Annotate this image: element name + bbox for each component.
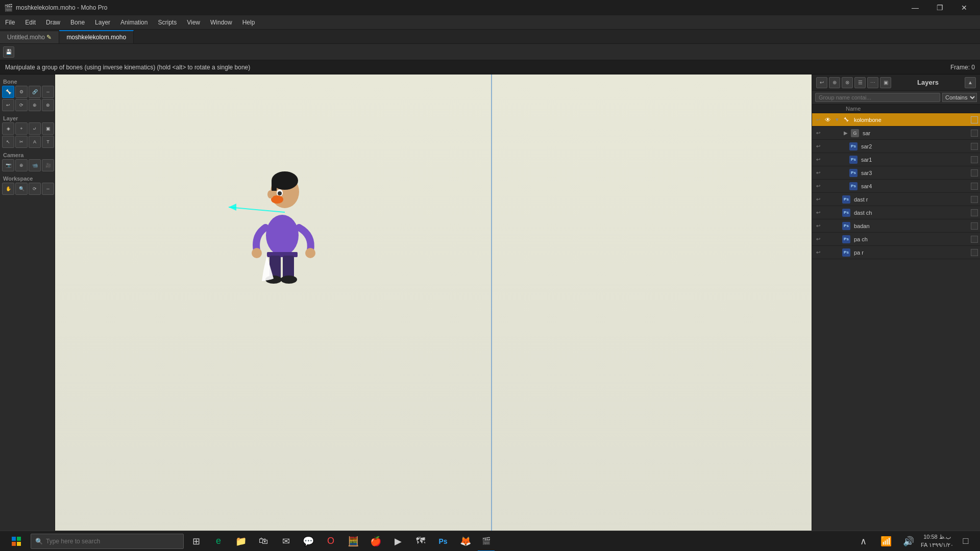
layer-expand-sar[interactable]: ▶ [842,130,849,136]
tool-bone-2[interactable]: ⚙ [15,86,28,98]
layer-row-dast-ch[interactable]: ↩ 👁 Ps dast ch [812,206,980,219]
layer-row-sar1[interactable]: ↩ 👁 Ps sar1 [812,153,980,166]
menu-animation[interactable]: Animation [115,17,153,28]
menu-help[interactable]: Help [237,17,260,28]
taskbar-files[interactable]: 📁 [231,531,251,552]
taskbar-maps[interactable]: 🗺 [410,531,431,552]
menu-layer[interactable]: Layer [90,17,115,28]
tool-ws-2[interactable]: 🔍 [15,183,28,195]
taskbar-chat[interactable]: 💬 [298,531,318,552]
layer-check-dast-r[interactable] [971,196,978,203]
menu-scripts[interactable]: Scripts [153,17,182,28]
taskbar-volume[interactable]: 🔊 [898,531,919,552]
layer-row-sar2[interactable]: ↩ 👁 Ps sar2 [812,140,980,153]
layer-check-pa-ch[interactable] [971,236,978,243]
menu-draw[interactable]: Draw [41,17,65,28]
taskbar-moho-icon[interactable]: 🎬 [478,531,495,552]
canvas-area[interactable] [55,74,812,551]
layer-undo-sar4: ↩ [814,182,822,190]
layer-type-sar2: Ps [849,142,857,151]
layers-filter-input[interactable] [815,93,940,102]
taskbar-mail[interactable]: ✉ [276,531,296,552]
menu-bone[interactable]: Bone [65,17,90,28]
tool-bone-4[interactable]: ↔ [42,86,54,98]
tool-bone-5[interactable]: ↩ [2,99,14,111]
layer-check-badan[interactable] [971,222,978,230]
titlebar-left: 🎬 moshkelekolom.moho - Moho Pro [4,4,107,12]
taskbar-calc[interactable]: 🧮 [343,531,363,552]
tab-moshkelekolom[interactable]: moshkelekolom.moho [59,30,134,43]
layer-row-sar3[interactable]: ↩ 👁 Ps sar3 [812,166,980,180]
tool-bone-8[interactable]: ⊗ [42,99,54,111]
taskbar-ps[interactable]: Ps [433,531,453,552]
taskbar-firefox[interactable]: 🦊 [455,531,476,552]
close-button[interactable]: ✕ [952,0,976,15]
tool-bone-7[interactable]: ⊕ [29,99,41,111]
layers-btn-3[interactable]: ⊗ [842,77,853,88]
layer-row-badan[interactable]: ↩ 👁 Ps badan [812,219,980,233]
maximize-button[interactable]: ❐ [928,0,951,15]
search-input[interactable] [46,538,179,545]
layers-collapse-btn[interactable]: ▲ [965,77,976,88]
tool-layer-6[interactable]: ✂ [15,136,28,148]
layers-btn-1[interactable]: ↩ [816,77,827,88]
minimize-button[interactable]: — [903,0,927,15]
tool-layer-7[interactable]: A [29,136,41,148]
layer-check-sar2[interactable] [971,143,978,150]
tab-untitled[interactable]: Untitled.moho ✎ [0,31,59,43]
taskbar-show-hidden[interactable]: ∧ [853,531,874,552]
menu-edit[interactable]: Edit [20,17,41,28]
layer-check-dast-ch[interactable] [971,209,978,216]
layer-vis-kolombone[interactable]: 👁 [824,116,832,124]
taskbar-task-view[interactable]: ⊞ [186,531,206,552]
menu-window[interactable]: Window [205,17,237,28]
tool-camera-2[interactable]: ⊕ [15,159,28,171]
tool-layer-5[interactable]: ↖ [2,136,14,148]
layer-check-kolombone[interactable] [971,116,978,123]
layer-row-pa-ch[interactable]: ↩ 👁 Ps pa ch [812,233,980,246]
taskbar-opera[interactable]: O [321,531,341,552]
tool-layer-8[interactable]: T [42,136,54,148]
layers-btn-2[interactable]: ⊕ [829,77,840,88]
layer-row-sar[interactable]: ↩ 👁 ▶ G sar [812,127,980,140]
taskbar-search[interactable]: 🔍 [31,534,184,549]
layers-btn-6[interactable]: ▣ [880,77,891,88]
tool-bone-1[interactable]: 🦴 [2,86,14,98]
taskbar-app1[interactable]: 🍎 [365,531,386,552]
tool-camera-1[interactable]: 📷 [2,159,14,171]
layers-btn-5[interactable]: ⋯ [867,77,878,88]
layer-check-sar1[interactable] [971,156,978,163]
taskbar-clock[interactable]: 10:58 ب.ظ FA ۱۳۹۹/۱/۲۰ [921,533,953,549]
layer-row-sar4[interactable]: ↩ 👁 Ps sar4 [812,180,980,193]
filter-dropdown[interactable]: Contains [942,93,977,102]
tool-ws-4[interactable]: ↔ [42,183,54,195]
tool-bone-6[interactable]: ⟳ [15,99,28,111]
taskbar-store[interactable]: 🛍 [253,531,274,552]
layer-check-sar3[interactable] [971,169,978,177]
taskbar-media[interactable]: ▶ [388,531,408,552]
taskbar-network[interactable]: 📶 [876,531,896,552]
layer-row-kolombone[interactable]: ↩ 👁 ▼ 🦴 kolombone [812,113,980,127]
layer-check-sar[interactable] [971,130,978,137]
tool-layer-1[interactable]: ◈ [2,122,14,135]
tool-ws-1[interactable]: ✋ [2,183,14,195]
layer-row-dast-r[interactable]: ↩ 👁 Ps dast r [812,193,980,206]
tool-camera-4[interactable]: 🎥 [42,159,54,171]
taskbar-notifications[interactable]: □ [955,531,976,552]
tool-camera-3[interactable]: 📹 [29,159,41,171]
layers-btn-4[interactable]: ☰ [854,77,866,88]
layer-expand-kolombone[interactable]: ▼ [834,117,841,122]
tool-layer-3[interactable]: ⤾ [29,122,41,135]
tool-bone-3[interactable]: 🔗 [29,86,41,98]
tool-layer-4[interactable]: ▣ [42,122,54,135]
layer-row-pa-r[interactable]: ↩ 👁 Ps pa r [812,246,980,259]
tool-ws-3[interactable]: ⟳ [29,183,41,195]
layer-check-sar4[interactable] [971,183,978,190]
toolbar-save[interactable]: 💾 [3,46,14,58]
menu-file[interactable]: File [0,17,20,28]
windows-start-button[interactable] [4,531,29,552]
taskbar-edge[interactable]: e [208,531,229,552]
tool-layer-2[interactable]: + [15,122,28,135]
layer-check-pa-r[interactable] [971,249,978,256]
menu-view[interactable]: View [182,17,205,28]
